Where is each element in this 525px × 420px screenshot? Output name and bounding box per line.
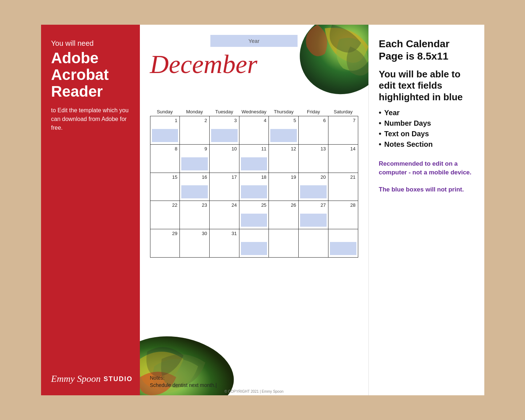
table-row[interactable]: 1 xyxy=(150,116,180,145)
table-row[interactable]: 31 xyxy=(210,229,239,258)
sidebar-description: to Edit the template which you can downl… xyxy=(51,106,130,132)
calendar-grid: 1234567891011121314151617181920212223242… xyxy=(150,116,358,258)
table-row[interactable]: 3 xyxy=(210,116,239,145)
table-row[interactable]: 30 xyxy=(180,229,210,258)
content-row: Year December Sunday Monday Tuesday Wedn… xyxy=(140,25,484,395)
cal-day-number: 20 xyxy=(320,174,326,180)
day-tuesday: Tuesday xyxy=(209,108,239,115)
bullet-dot-2: • xyxy=(379,119,381,128)
cal-day-number: 10 xyxy=(231,146,237,152)
table-row[interactable]: 22 xyxy=(150,201,180,229)
info-page-size: Each Calendar Page is 8.5x11 xyxy=(379,38,474,62)
bullet-dot-4: • xyxy=(379,140,381,149)
notes-section: Notes: Schedule dentist next month.| xyxy=(150,375,358,388)
table-row[interactable]: 15 xyxy=(150,173,180,201)
table-row[interactable]: 23 xyxy=(180,201,210,229)
cal-day-number: 3 xyxy=(234,118,237,123)
table-row[interactable]: 8 xyxy=(150,145,180,173)
cal-blue-field[interactable] xyxy=(181,157,208,170)
cal-blue-field[interactable] xyxy=(181,185,208,198)
table-row[interactable]: 4 xyxy=(239,116,269,145)
table-row[interactable]: 20 xyxy=(299,173,328,201)
table-row[interactable]: 26 xyxy=(269,201,299,229)
table-row[interactable]: 5 xyxy=(269,116,299,145)
cal-day-number: 28 xyxy=(350,202,355,208)
cal-day-number: 18 xyxy=(261,174,266,180)
info-blue-boxes: The blue boxes will not print. xyxy=(379,185,474,194)
cal-blue-field[interactable] xyxy=(241,185,267,198)
cal-day-number: 29 xyxy=(172,231,177,236)
cal-day-number: 23 xyxy=(202,202,207,208)
table-row[interactable]: 25 xyxy=(239,201,269,229)
table-row[interactable]: 28 xyxy=(328,201,358,229)
table-row[interactable] xyxy=(328,229,358,258)
table-row[interactable]: 10 xyxy=(210,145,239,173)
bullet-notes-section: •Notes Section xyxy=(379,140,474,149)
day-wednesday: Wednesday xyxy=(239,108,269,115)
cal-day-number: 22 xyxy=(172,202,177,208)
info-bullet-list: •Year •Number Days •Text on Days •Notes … xyxy=(379,109,474,151)
day-headers: Sunday Monday Tuesday Wednesday Thursday… xyxy=(150,108,358,115)
cal-day-number: 1 xyxy=(175,118,177,123)
table-row[interactable]: 11 xyxy=(239,145,269,173)
table-row[interactable]: 19 xyxy=(269,173,299,201)
cal-day-number: 19 xyxy=(291,174,296,180)
cal-blue-field[interactable] xyxy=(211,129,238,142)
cal-blue-field[interactable] xyxy=(241,157,267,170)
bullet-year-text: Year xyxy=(384,109,400,117)
table-row[interactable]: 17 xyxy=(210,173,239,201)
notes-label: Notes: xyxy=(150,375,358,381)
sidebar-need-label: You will need xyxy=(51,39,130,48)
cal-day-number: 14 xyxy=(350,146,355,152)
cal-blue-field[interactable] xyxy=(152,129,178,142)
table-row[interactable] xyxy=(239,229,269,258)
cal-day-number: 11 xyxy=(261,146,266,152)
notes-text[interactable]: Schedule dentist next month.| xyxy=(150,382,358,388)
bullet-dot-1: • xyxy=(379,109,381,117)
table-row[interactable] xyxy=(299,229,328,258)
table-row[interactable]: 27 xyxy=(299,201,328,229)
cal-day-number: 30 xyxy=(202,231,207,236)
info-panel: Each Calendar Page is 8.5x11 You will be… xyxy=(369,25,484,395)
table-row[interactable]: 14 xyxy=(328,145,358,173)
logo-script-text: Emmy Spoon xyxy=(51,373,101,384)
year-field[interactable]: Year xyxy=(210,35,298,47)
bullet-dot-3: • xyxy=(379,130,381,138)
cal-day-number: 8 xyxy=(175,146,177,152)
sidebar: You will need Adobe Acrobat Reader to Ed… xyxy=(41,25,140,395)
bullet-number-days-text: Number Days xyxy=(384,119,431,128)
day-friday: Friday xyxy=(299,108,328,115)
cal-blue-field[interactable] xyxy=(300,185,327,198)
day-thursday: Thursday xyxy=(269,108,299,115)
table-row[interactable]: 13 xyxy=(299,145,328,173)
table-row[interactable]: 7 xyxy=(328,116,358,145)
table-row[interactable]: 21 xyxy=(328,173,358,201)
bullet-year: •Year xyxy=(379,109,474,117)
cal-blue-field[interactable] xyxy=(241,214,267,227)
info-edit-headline: You will be able to edit text fields hig… xyxy=(379,69,474,103)
cal-day-number: 15 xyxy=(172,174,177,180)
table-row[interactable]: 9 xyxy=(180,145,210,173)
cal-blue-field[interactable] xyxy=(300,214,327,227)
table-row[interactable]: 6 xyxy=(299,116,328,145)
cal-day-number: 12 xyxy=(291,146,296,152)
table-row[interactable]: 12 xyxy=(269,145,299,173)
table-row[interactable]: 18 xyxy=(239,173,269,201)
table-row[interactable]: 16 xyxy=(180,173,210,201)
day-saturday: Saturday xyxy=(328,108,358,115)
table-row[interactable]: 2 xyxy=(180,116,210,145)
table-row[interactable]: 29 xyxy=(150,229,180,258)
day-monday: Monday xyxy=(179,108,209,115)
cal-day-number: 16 xyxy=(202,174,207,180)
table-row[interactable] xyxy=(269,229,299,258)
table-row[interactable]: 24 xyxy=(210,201,239,229)
cal-blue-field[interactable] xyxy=(270,129,297,142)
cal-day-number: 5 xyxy=(294,118,296,123)
cal-day-number: 24 xyxy=(231,202,237,208)
cal-day-number: 26 xyxy=(291,202,296,208)
bullet-text-on-days-text: Text on Days xyxy=(384,130,429,138)
cal-blue-field[interactable] xyxy=(241,242,267,255)
calendar-page: Year December Sunday Monday Tuesday Wedn… xyxy=(140,25,369,395)
cal-day-number: 27 xyxy=(320,202,326,208)
cal-blue-field[interactable] xyxy=(330,242,356,255)
